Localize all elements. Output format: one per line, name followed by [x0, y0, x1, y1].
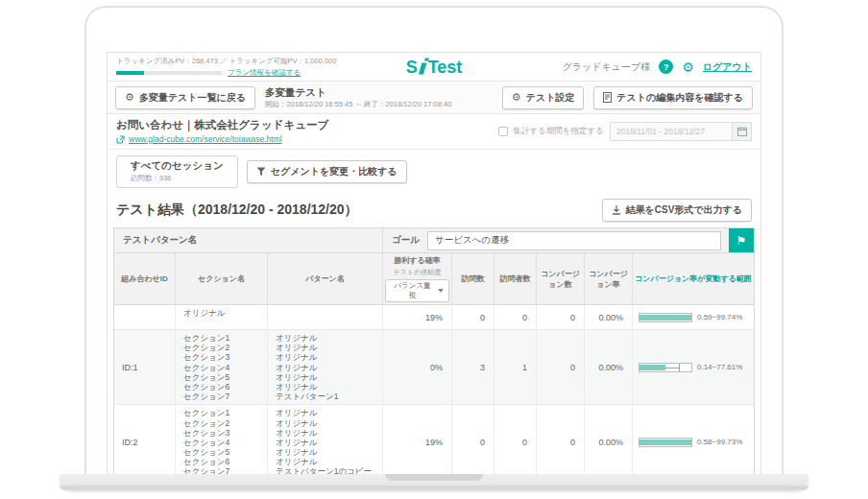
period-checkbox-label: 集計する期間を指定する: [514, 126, 605, 137]
cell-section-names: オリジナル: [176, 305, 268, 329]
flag-icon: ⚑: [736, 234, 747, 248]
tracking-progress-bar: [116, 71, 222, 75]
back-button-label: 多変量テスト一覧に戻る: [139, 91, 246, 105]
cell-conversions: 0: [537, 405, 585, 474]
change-segment-button[interactable]: セグメントを変更・比較する: [247, 160, 407, 183]
cell-conversions: 0: [537, 330, 585, 404]
cell-win-probability: 0%: [383, 330, 452, 404]
review-edits-button[interactable]: テストの編集内容を確認する: [593, 86, 753, 109]
test-settings-button[interactable]: ⚙ テスト設定: [502, 86, 585, 109]
gear-icon[interactable]: ⚙: [682, 60, 694, 74]
cell-section-names: セクション1 セクション2 セクション3 セクション4 セクション5 セクション…: [176, 405, 268, 474]
tracking-summary: トラッキング済みPV：268,473 ／ トラッキング可能PV：1,000,00…: [116, 57, 336, 78]
goal-area: ゴール サービスへの遷移 ⚑: [383, 228, 754, 252]
logo-slash-icon: [419, 63, 426, 75]
logo-text-left: S: [406, 57, 418, 77]
col-header-cvr-range: コンバージョン率が変動する範囲: [633, 253, 754, 304]
cell-section-names: セクション1 セクション2 セクション3 セクション4 セクション5 セクション…: [176, 330, 268, 404]
table-row: ID:2 セクション1 セクション2 セクション3 セクション4 セクション5 …: [114, 405, 754, 474]
review-button-label: テストの編集内容を確認する: [616, 91, 743, 105]
app-window: トラッキング済みPV：268,473 ／ トラッキング可能PV：1,000,00…: [107, 52, 761, 474]
cell-combination-id: [114, 305, 176, 329]
range-bar: [639, 363, 692, 372]
column-headers: 組み合わせID セクション名 パターン名 勝利する確率 テストの信頼度 バランス…: [114, 253, 754, 305]
tracking-progress-fill: [116, 71, 144, 75]
test-confidence-label: テストの信頼度: [394, 268, 442, 277]
confidence-mode-select[interactable]: バランス重視: [385, 279, 449, 302]
gear-icon: ⚙: [512, 92, 521, 103]
cell-win-probability: 19%: [383, 305, 452, 329]
plan-info-link[interactable]: プラン情報を確認する: [228, 68, 301, 78]
goal-band: テストパターン名 ゴール サービスへの遷移 ⚑: [114, 228, 754, 253]
calendar-button[interactable]: [733, 122, 752, 141]
sitest-logo: S Test: [406, 57, 463, 77]
logo-text-right: Test: [428, 57, 463, 77]
cell-cvr-range: 0.14~77.61%: [633, 330, 754, 404]
target-page-url-link[interactable]: www.glad-cube.com/service/toiawase.html: [129, 134, 282, 144]
range-text: 0.14~77.61%: [697, 363, 742, 371]
target-page-row: お問い合わせ｜株式会社グラッドキューブ www.glad-cube.com/se…: [108, 114, 760, 150]
page: トラッキング済みPV：268,473 ／ トラッキング可能PV：1,000,00…: [0, 0, 868, 499]
table-row: オリジナル 19% 0 0 0 0.00% 0.59~99.74%: [114, 305, 754, 330]
range-whisker-line: [665, 368, 680, 368]
col-header-pattern-name: パターン名: [268, 253, 383, 304]
range-bar-fill: [639, 315, 691, 321]
goal-select-value: サービスへの遷移: [435, 234, 509, 247]
confidence-mode-value: バランス重視: [391, 281, 434, 300]
target-page-title: お問い合わせ｜株式会社グラッドキューブ: [116, 118, 328, 132]
cell-conversions: 0: [537, 305, 585, 329]
range-text: 0.58~99.73%: [697, 438, 742, 446]
cell-visits: 3: [452, 330, 494, 404]
segment-button-label: セグメントを変更・比較する: [271, 165, 398, 178]
col-header-conversions: コンバージョン数: [537, 253, 585, 304]
funnel-icon: [256, 167, 266, 177]
target-page-info: お問い合わせ｜株式会社グラッドキューブ www.glad-cube.com/se…: [116, 118, 328, 144]
export-csv-button[interactable]: 結果をCSV形式で出力する: [602, 199, 753, 222]
range-whisker-cap: [679, 364, 680, 371]
document-icon: [603, 92, 612, 103]
results-title: テスト結果（2018/12/20 - 2018/12/20）: [116, 202, 358, 219]
cell-pattern-names: オリジナル オリジナル オリジナル オリジナル オリジナル オリジナル テストパ…: [268, 405, 383, 474]
range-bar: [639, 313, 692, 322]
col-header-combination-id: 組み合わせID: [114, 253, 176, 304]
laptop-notch: [385, 474, 483, 481]
session-name: すべてのセッション: [131, 159, 224, 173]
test-name: 多変量テスト: [265, 86, 451, 100]
gear-icon: ⚙: [125, 92, 134, 103]
session-card: すべてのセッション 訪問数：936: [116, 155, 238, 188]
col-header-visits: 訪問数: [452, 253, 494, 304]
cell-conversion-rate: 0.00%: [585, 405, 633, 474]
cell-conversion-rate: 0.00%: [585, 305, 633, 329]
range-bar-fill: [639, 440, 691, 445]
user-name: グラッドキューブ様: [563, 60, 651, 74]
date-range-wrap: [610, 122, 752, 141]
cell-combination-id: ID:2: [114, 405, 176, 474]
table-row: ID:1 セクション1 セクション2 セクション3 セクション4 セクション5 …: [114, 330, 754, 405]
range-bar: [639, 438, 692, 447]
period-controls: 集計する期間を指定する: [498, 122, 753, 141]
col-header-conversion-rate: コンバージョン率: [585, 253, 633, 304]
goal-flag-button[interactable]: ⚑: [729, 228, 754, 252]
range-text: 0.59~99.74%: [697, 313, 742, 321]
cell-pattern-names: オリジナル オリジナル オリジナル オリジナル オリジナル オリジナル テストパ…: [268, 330, 383, 404]
header-right: グラッドキューブ様 ? ⚙ ログアウト: [563, 59, 752, 74]
cell-visits: 0: [452, 405, 494, 474]
goal-label: ゴール: [392, 234, 420, 247]
period-checkbox[interactable]: [498, 127, 508, 136]
results-table: テストパターン名 ゴール サービスへの遷移 ⚑ 組み合わせID セクション名: [113, 227, 755, 474]
back-to-test-list-button[interactable]: ⚙ 多変量テスト一覧に戻る: [115, 86, 255, 109]
help-icon[interactable]: ?: [659, 59, 673, 74]
cell-visitors: 0: [494, 405, 537, 474]
app-header: トラッキング済みPV：268,473 ／ トラッキング可能PV：1,000,00…: [108, 53, 760, 82]
test-info: 多変量テスト 開始：2018/12/20 16:55:45 ～ 終了：2018/…: [265, 86, 451, 109]
date-range-input[interactable]: [610, 122, 733, 141]
pattern-name-header: テストパターン名: [114, 228, 383, 252]
cell-cvr-range: 0.59~99.74%: [633, 305, 754, 329]
results-title-row: テスト結果（2018/12/20 - 2018/12/20） 結果をCSV形式で…: [108, 192, 760, 227]
cell-visitors: 0: [494, 305, 537, 329]
logout-link[interactable]: ログアウト: [703, 60, 752, 74]
session-visit-count: 訪問数：936: [131, 174, 224, 183]
cell-visitors: 1: [494, 330, 537, 404]
goal-select[interactable]: サービスへの遷移: [427, 231, 721, 250]
laptop-screen: トラッキング済みPV：268,473 ／ トラッキング可能PV：1,000,00…: [84, 6, 784, 474]
